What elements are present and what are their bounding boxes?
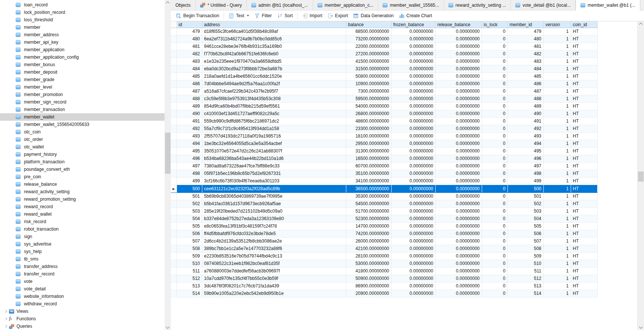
grid-cell[interactable]: 0.00000000 — [435, 275, 482, 283]
grid-cell[interactable]: 1 — [543, 155, 571, 163]
sidebar-scrollbar[interactable] — [165, 0, 171, 330]
grid-cell[interactable]: 42100.00000000 — [346, 245, 391, 253]
grid-cell[interactable]: 490 — [177, 110, 202, 118]
grid-cell[interactable]: 31300.00000000 — [346, 148, 391, 155]
table-row[interactable]: 504b337e84de8752b27eda3a12363109e8052300… — [171, 215, 597, 223]
sidebar-item-member_bonus[interactable]: member_bonus — [0, 61, 165, 68]
row-gutter[interactable] — [171, 155, 177, 163]
sidebar-item-member_wallet[interactable]: member_wallet — [0, 113, 165, 121]
grid-cell[interactable]: 0 — [482, 200, 507, 208]
grid-cell[interactable]: 0.00000000 — [435, 110, 482, 118]
grid-cell[interactable]: 504 — [177, 215, 202, 223]
grid-cell[interactable]: eba0dc302bcd9a273f8bbb72be3a687b — [202, 65, 346, 73]
grid-cell[interactable]: HT — [571, 103, 597, 110]
grid-cell[interactable]: 0 — [482, 43, 507, 50]
text-button[interactable]: Text — [226, 12, 252, 20]
grid-cell[interactable]: ff4d5fbbafdf976cfdc032e3bde78de5 — [202, 230, 346, 238]
table-row[interactable]: 49535051070e572e47d2c26c241ab88307f31300… — [171, 148, 597, 155]
table-row[interactable]: 491559cb990c9dffd8675f6bc2186971dc248600… — [171, 118, 597, 125]
grid-cell[interactable]: 1 — [543, 28, 571, 36]
grid-cell[interactable]: e2230b853516e7b05d79744fbd4c9c13 — [202, 253, 346, 260]
grid-cell[interactable]: 491 — [507, 118, 543, 125]
grid-cell[interactable]: 500 — [177, 185, 202, 193]
grid-cell[interactable]: 6ea2ef7311b482724a9b7b0bc0dd85c6 — [202, 36, 346, 43]
table-row[interactable]: 49805f971b5ec196b8c65b75d2ef826733135100… — [171, 170, 597, 178]
grid-cell[interactable]: 55a7cf9c71f1c9c495413f934dd1a158 — [202, 125, 346, 133]
grid-cell[interactable]: 0.00000000 — [391, 268, 435, 275]
table-row[interactable]: 487a516a87cfcaef229b342c437fe2b95f77300.… — [171, 88, 597, 95]
sidebar-item-sign[interactable]: sign — [0, 233, 165, 240]
grid-cell[interactable]: e1e32e235eee1f970470a3a6658dfdd5 — [202, 58, 346, 65]
tab-untitled-query[interactable]: * Untitled - Query — [196, 0, 247, 10]
grid-cell[interactable]: 0.00000000 — [435, 178, 482, 185]
grid-cell[interactable]: 495 — [177, 148, 202, 155]
sidebar-item-otc_wallet[interactable]: otc_wallet — [0, 143, 165, 151]
sidebar-item-member_deposit[interactable]: member_deposit — [0, 68, 165, 76]
grid-cell[interactable]: 1 — [543, 80, 571, 88]
grid-cell[interactable]: 10a7cdd970fe135cf4f7bb55c0e3b59f — [202, 275, 346, 283]
tab-reward-activity-setting[interactable]: reward_activity_setting ... — [444, 0, 511, 10]
grid-cell[interactable]: 20900.00000000 — [346, 290, 391, 297]
grid-cell[interactable]: HT — [571, 80, 597, 88]
grid-cell[interactable]: 7d04bbbe5494ae9d2f5a76aa1c00fa2f — [202, 80, 346, 88]
row-gutter[interactable] — [171, 88, 177, 95]
grid-cell[interactable]: 512 — [507, 275, 543, 283]
grid-cell[interactable]: f770b62bc8f42a0b66751fe636fc6eb0 — [202, 50, 346, 58]
sidebar-item-website_information[interactable]: website_information — [0, 293, 165, 300]
grid-cell[interactable]: 0.00000000 — [391, 215, 435, 223]
grid-cell[interactable]: 0 — [482, 193, 507, 200]
grid-cell[interactable]: 0.00000000 — [435, 163, 482, 170]
sidebar-item-functions[interactable]: Functions — [0, 315, 165, 323]
sidebar-item-otc_order[interactable]: otc_order — [0, 136, 165, 143]
row-gutter[interactable] — [171, 58, 177, 65]
sidebar-item-release_balance[interactable]: release_balance — [0, 181, 165, 188]
grid-cell[interactable]: 0.00000000 — [435, 200, 482, 208]
grid-cell[interactable]: HT — [571, 88, 597, 95]
grid-cell[interactable]: 1 — [543, 58, 571, 65]
grid-cell[interactable]: 0.00000000 — [435, 95, 482, 103]
scroll-up-icon[interactable] — [638, 21, 644, 28]
grid-cell[interactable]: 513 — [177, 283, 202, 290]
grid-cell[interactable]: 35300.00000000 — [346, 193, 391, 200]
grid-cell[interactable]: 0.00000000 — [435, 118, 482, 125]
grid-cell[interactable]: 0.00000000 — [435, 238, 482, 245]
table-row[interactable]: 508389bc7bb1e1c2a5e7e147703232a88f642100… — [171, 245, 597, 253]
sidebar-item-risk_record[interactable]: risk_record — [0, 218, 165, 225]
grid-cell[interactable]: 0.00000000 — [391, 140, 435, 148]
grid-cell[interactable]: 1 — [543, 185, 571, 193]
grid-cell[interactable]: 481 — [507, 43, 543, 50]
grid-cell[interactable]: 7300.00000000 — [346, 88, 391, 95]
sidebar-item-member_transaction[interactable]: member_transaction — [0, 106, 165, 113]
grid-cell[interactable]: 0 — [482, 148, 507, 155]
grid-cell[interactable]: 509 — [177, 253, 202, 260]
table-row[interactable]: 5015b69b9cb83065d403869739ae7f0995e35300… — [171, 193, 597, 200]
table-row[interactable]: 490c410003ef13d451727aeff9082c29a5c26800… — [171, 110, 597, 118]
row-gutter[interactable] — [171, 290, 177, 297]
table-row[interactable]: 4993cf166c6b73f030b4f67eeaeba30110334100… — [171, 178, 597, 185]
grid-cell[interactable]: 0.00000000 — [391, 178, 435, 185]
grid-cell[interactable]: 0.00000000 — [435, 73, 482, 80]
table-row[interactable]: 496b534ba68236ba543ae44b22bd110a1d616500… — [171, 155, 597, 163]
grid-cell[interactable]: 54500.00000000 — [346, 200, 391, 208]
sidebar-item-payment_history[interactable]: payment_history — [0, 151, 165, 158]
grid-cell[interactable]: 0 — [482, 125, 507, 133]
grid-cell[interactable]: 0 — [482, 230, 507, 238]
row-gutter[interactable] — [171, 110, 177, 118]
grid-cell[interactable]: 559cb990c9dffd8675f6bc2186971dc2 — [202, 118, 346, 125]
grid-cell[interactable]: 495 — [507, 148, 543, 155]
table-row[interactable]: 51459b90e1005a220e2ebc542eb9d950b1e20900… — [171, 290, 597, 297]
grid-cell[interactable]: 0.00000000 — [435, 88, 482, 95]
grid-cell[interactable]: HT — [571, 140, 597, 148]
grid-cell[interactable]: 1 — [543, 43, 571, 50]
grid-cell[interactable]: 52300.00000000 — [346, 215, 391, 223]
tab-vote-detail-b1-local[interactable]: vote_detail @b1 (local... — [511, 0, 576, 10]
grid-cell[interactable]: 0.00000000 — [391, 260, 435, 268]
grid-cell[interactable]: 0.00000000 — [435, 193, 482, 200]
row-gutter[interactable] — [171, 65, 177, 73]
grid-cell[interactable]: cee631121c2ec9232f3a2f028ad5c89b — [202, 185, 346, 193]
column-header-version[interactable]: version — [543, 21, 571, 28]
grid-cell[interactable]: b5b41fac0361d157d9673ecb926af5ae — [202, 200, 346, 208]
grid-cell[interactable]: 0.00000000 — [435, 43, 482, 50]
sidebar-item-member_application_config[interactable]: member_application_config — [0, 53, 165, 61]
grid-cell[interactable]: a516a87cfcaef229b342c437fe2b95f7 — [202, 88, 346, 95]
